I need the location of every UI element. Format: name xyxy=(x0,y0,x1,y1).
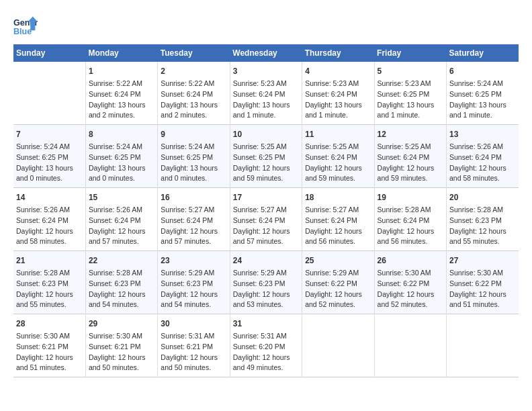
cell-info: Sunrise: 5:23 AM Sunset: 6:25 PM Dayligh… xyxy=(378,79,443,121)
cell-info: Sunrise: 5:22 AM Sunset: 6:24 PM Dayligh… xyxy=(161,79,226,121)
calendar-cell: 21Sunrise: 5:28 AM Sunset: 6:23 PM Dayli… xyxy=(13,251,85,314)
calendar-cell: 13Sunrise: 5:26 AM Sunset: 6:24 PM Dayli… xyxy=(447,125,519,188)
calendar-body: 1Sunrise: 5:22 AM Sunset: 6:24 PM Daylig… xyxy=(13,62,519,377)
day-number: 22 xyxy=(89,255,154,267)
cell-info: Sunrise: 5:29 AM Sunset: 6:22 PM Dayligh… xyxy=(305,268,371,310)
day-number: 29 xyxy=(89,318,154,330)
day-number: 7 xyxy=(16,128,83,140)
day-number: 19 xyxy=(378,191,443,203)
calendar-cell: 1Sunrise: 5:22 AM Sunset: 6:24 PM Daylig… xyxy=(85,62,157,125)
day-number: 1 xyxy=(89,65,154,77)
day-number: 30 xyxy=(161,318,226,330)
calendar-cell: 25Sunrise: 5:29 AM Sunset: 6:22 PM Dayli… xyxy=(302,251,374,314)
day-number: 26 xyxy=(378,255,443,267)
day-number: 24 xyxy=(233,255,299,267)
day-number: 4 xyxy=(305,65,371,77)
page-header: General Blue xyxy=(13,13,519,38)
col-header-saturday: Saturday xyxy=(447,44,519,62)
day-number: 11 xyxy=(305,128,371,140)
cell-info: Sunrise: 5:28 AM Sunset: 6:24 PM Dayligh… xyxy=(378,205,443,247)
calendar-cell: 27Sunrise: 5:30 AM Sunset: 6:22 PM Dayli… xyxy=(447,251,519,314)
cell-info: Sunrise: 5:30 AM Sunset: 6:22 PM Dayligh… xyxy=(449,268,516,310)
calendar-cell: 7Sunrise: 5:24 AM Sunset: 6:25 PM Daylig… xyxy=(13,125,85,188)
cell-info: Sunrise: 5:31 AM Sunset: 6:21 PM Dayligh… xyxy=(161,331,226,373)
col-header-monday: Monday xyxy=(85,44,157,62)
day-number: 27 xyxy=(449,255,516,267)
cell-info: Sunrise: 5:28 AM Sunset: 6:23 PM Dayligh… xyxy=(89,268,154,310)
day-number: 21 xyxy=(16,255,83,267)
day-number: 14 xyxy=(16,191,83,203)
calendar-header: SundayMondayTuesdayWednesdayThursdayFrid… xyxy=(13,44,519,62)
calendar-cell: 19Sunrise: 5:28 AM Sunset: 6:24 PM Dayli… xyxy=(374,188,446,251)
day-number: 2 xyxy=(161,65,226,77)
calendar-cell: 29Sunrise: 5:30 AM Sunset: 6:21 PM Dayli… xyxy=(85,314,157,377)
cell-info: Sunrise: 5:26 AM Sunset: 6:24 PM Dayligh… xyxy=(89,205,154,247)
calendar-cell: 26Sunrise: 5:30 AM Sunset: 6:22 PM Dayli… xyxy=(374,251,446,314)
cell-info: Sunrise: 5:27 AM Sunset: 6:24 PM Dayligh… xyxy=(161,205,226,247)
cell-info: Sunrise: 5:28 AM Sunset: 6:23 PM Dayligh… xyxy=(449,205,516,247)
calendar-cell: 4Sunrise: 5:23 AM Sunset: 6:24 PM Daylig… xyxy=(302,62,374,125)
day-number: 6 xyxy=(449,65,516,77)
calendar-cell: 11Sunrise: 5:25 AM Sunset: 6:24 PM Dayli… xyxy=(302,125,374,188)
cell-info: Sunrise: 5:27 AM Sunset: 6:24 PM Dayligh… xyxy=(305,205,371,247)
calendar-cell xyxy=(374,314,446,377)
day-number: 12 xyxy=(378,128,443,140)
calendar-cell: 30Sunrise: 5:31 AM Sunset: 6:21 PM Dayli… xyxy=(158,314,230,377)
logo: General Blue xyxy=(13,13,40,38)
cell-info: Sunrise: 5:27 AM Sunset: 6:24 PM Dayligh… xyxy=(233,205,299,247)
calendar-cell: 14Sunrise: 5:26 AM Sunset: 6:24 PM Dayli… xyxy=(13,188,85,251)
calendar-cell: 17Sunrise: 5:27 AM Sunset: 6:24 PM Dayli… xyxy=(230,188,302,251)
cell-info: Sunrise: 5:25 AM Sunset: 6:24 PM Dayligh… xyxy=(305,142,371,184)
week-row-1: 1Sunrise: 5:22 AM Sunset: 6:24 PM Daylig… xyxy=(13,62,519,125)
col-header-wednesday: Wednesday xyxy=(230,44,302,62)
day-number: 16 xyxy=(161,191,226,203)
cell-info: Sunrise: 5:24 AM Sunset: 6:25 PM Dayligh… xyxy=(16,142,83,184)
cell-info: Sunrise: 5:28 AM Sunset: 6:23 PM Dayligh… xyxy=(16,268,83,310)
day-number: 9 xyxy=(161,128,226,140)
col-header-tuesday: Tuesday xyxy=(158,44,230,62)
calendar-cell xyxy=(447,314,519,377)
day-number: 18 xyxy=(305,191,371,203)
calendar-cell: 10Sunrise: 5:25 AM Sunset: 6:25 PM Dayli… xyxy=(230,125,302,188)
day-number: 20 xyxy=(449,191,516,203)
calendar-cell xyxy=(302,314,374,377)
logo-icon: General Blue xyxy=(13,13,38,38)
calendar-cell: 22Sunrise: 5:28 AM Sunset: 6:23 PM Dayli… xyxy=(85,251,157,314)
calendar-cell: 16Sunrise: 5:27 AM Sunset: 6:24 PM Dayli… xyxy=(158,188,230,251)
cell-info: Sunrise: 5:25 AM Sunset: 6:24 PM Dayligh… xyxy=(378,142,443,184)
cell-info: Sunrise: 5:30 AM Sunset: 6:22 PM Dayligh… xyxy=(378,268,443,310)
day-number: 5 xyxy=(378,65,443,77)
week-row-2: 7Sunrise: 5:24 AM Sunset: 6:25 PM Daylig… xyxy=(13,125,519,188)
calendar-table: SundayMondayTuesdayWednesdayThursdayFrid… xyxy=(13,44,519,377)
week-row-3: 14Sunrise: 5:26 AM Sunset: 6:24 PM Dayli… xyxy=(13,188,519,251)
day-number: 15 xyxy=(89,191,154,203)
cell-info: Sunrise: 5:29 AM Sunset: 6:23 PM Dayligh… xyxy=(233,268,299,310)
calendar-cell xyxy=(13,62,85,125)
calendar-cell: 23Sunrise: 5:29 AM Sunset: 6:23 PM Dayli… xyxy=(158,251,230,314)
day-number: 25 xyxy=(305,255,371,267)
week-row-5: 28Sunrise: 5:30 AM Sunset: 6:21 PM Dayli… xyxy=(13,314,519,377)
day-number: 31 xyxy=(233,318,299,330)
day-number: 28 xyxy=(16,318,83,330)
calendar-cell: 20Sunrise: 5:28 AM Sunset: 6:23 PM Dayli… xyxy=(447,188,519,251)
day-number: 8 xyxy=(89,128,154,140)
cell-info: Sunrise: 5:24 AM Sunset: 6:25 PM Dayligh… xyxy=(161,142,226,184)
cell-info: Sunrise: 5:31 AM Sunset: 6:20 PM Dayligh… xyxy=(233,331,299,373)
col-header-sunday: Sunday xyxy=(13,44,85,62)
calendar-cell: 9Sunrise: 5:24 AM Sunset: 6:25 PM Daylig… xyxy=(158,125,230,188)
cell-info: Sunrise: 5:30 AM Sunset: 6:21 PM Dayligh… xyxy=(89,331,154,373)
calendar-cell: 12Sunrise: 5:25 AM Sunset: 6:24 PM Dayli… xyxy=(374,125,446,188)
cell-info: Sunrise: 5:24 AM Sunset: 6:25 PM Dayligh… xyxy=(449,79,516,121)
day-number: 13 xyxy=(449,128,516,140)
cell-info: Sunrise: 5:23 AM Sunset: 6:24 PM Dayligh… xyxy=(233,79,299,121)
calendar-cell: 31Sunrise: 5:31 AM Sunset: 6:20 PM Dayli… xyxy=(230,314,302,377)
cell-info: Sunrise: 5:26 AM Sunset: 6:24 PM Dayligh… xyxy=(16,205,83,247)
calendar-cell: 18Sunrise: 5:27 AM Sunset: 6:24 PM Dayli… xyxy=(302,188,374,251)
calendar-cell: 15Sunrise: 5:26 AM Sunset: 6:24 PM Dayli… xyxy=(85,188,157,251)
cell-info: Sunrise: 5:30 AM Sunset: 6:21 PM Dayligh… xyxy=(16,331,83,373)
cell-info: Sunrise: 5:24 AM Sunset: 6:25 PM Dayligh… xyxy=(89,142,154,184)
day-number: 3 xyxy=(233,65,299,77)
cell-info: Sunrise: 5:29 AM Sunset: 6:23 PM Dayligh… xyxy=(161,268,226,310)
calendar-cell: 8Sunrise: 5:24 AM Sunset: 6:25 PM Daylig… xyxy=(85,125,157,188)
day-number: 17 xyxy=(233,191,299,203)
